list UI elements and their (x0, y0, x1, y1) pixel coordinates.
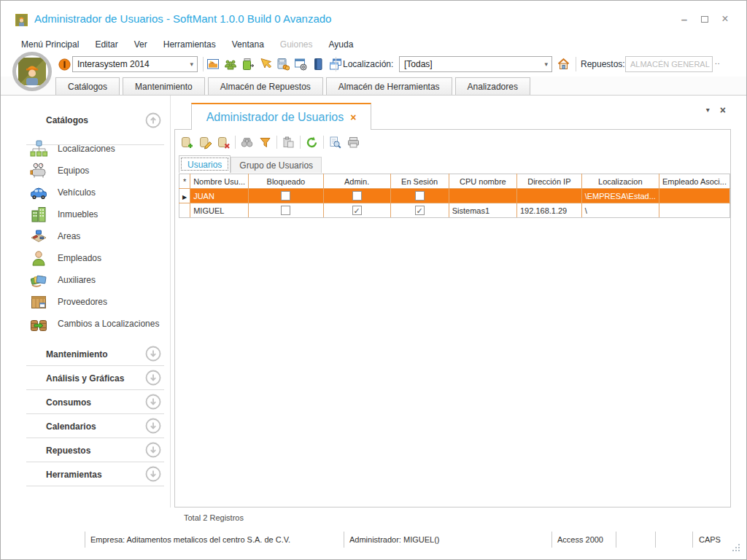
tab-mantenimiento[interactable]: Mantenimiento (123, 77, 205, 95)
column-header-direccion-ip[interactable]: Dirección IP (517, 174, 582, 189)
subtab-grupo-usuarios[interactable]: Grupo de Usuarios (231, 157, 322, 173)
sidebar-item-vehiculos[interactable]: Vehículos (1, 182, 170, 203)
checkbox-bloqueado[interactable] (281, 206, 290, 215)
expand-down-icon[interactable] (145, 346, 161, 362)
sidebar-group-calendarios[interactable]: Calendarios (1, 414, 170, 438)
column-header-bloqueado[interactable]: Bloqueado (249, 174, 324, 189)
print-icon[interactable] (347, 136, 360, 149)
edit-record-icon[interactable] (198, 136, 212, 149)
checkbox-admin[interactable] (352, 206, 362, 215)
grid-row-miguel[interactable]: ▶ MIGUEL Sistemas1 192.168.1.29 \ (179, 203, 730, 218)
cell-empleado[interactable] (659, 203, 729, 218)
column-header-nombre[interactable]: Nombre Usu... (190, 174, 249, 189)
book-icon[interactable] (311, 58, 325, 71)
delete-record-icon[interactable] (217, 136, 231, 149)
expand-down-icon[interactable] (145, 370, 161, 386)
column-header-empleado-asociado[interactable]: Empleado Asoci... (659, 174, 729, 189)
sidebar-item-auxiliares[interactable]: Auxiliares (1, 269, 170, 291)
home-icon[interactable] (557, 57, 570, 71)
sidebar-item-cambios-localizaciones[interactable]: Cambios a Localizaciones (1, 313, 170, 335)
expand-down-icon[interactable] (145, 466, 161, 482)
document-tab-close-icon[interactable]: × (350, 112, 356, 123)
document-close-icon[interactable]: × (720, 104, 726, 116)
cell-localizacion[interactable]: \ (581, 203, 659, 218)
tab-almacen-repuestos[interactable]: Almacén de Repuestos (208, 77, 323, 95)
refresh-icon[interactable] (305, 136, 319, 149)
menu-item-guiones[interactable]: Guiones (280, 39, 313, 50)
column-header-localizacion[interactable]: Localizacion (581, 174, 659, 189)
sidebar-group-consumos[interactable]: Consumos (1, 390, 170, 414)
search-binoculars-icon[interactable] (240, 136, 254, 149)
expand-down-icon[interactable] (145, 394, 161, 410)
new-row-asterisk[interactable]: * (179, 174, 190, 189)
paste-icon[interactable] (282, 136, 295, 149)
calculator-coins-icon[interactable] (276, 58, 290, 71)
cell-admin[interactable] (323, 189, 390, 203)
sidebar-item-areas[interactable]: Areas (1, 225, 170, 247)
sidebar-item-equipos[interactable]: Equipos (1, 160, 170, 182)
menu-item-herramientas[interactable]: Herramientas (163, 39, 216, 50)
cell-bloqueado[interactable] (249, 203, 324, 218)
checkbox-admin[interactable] (352, 191, 362, 201)
users-group-icon[interactable] (224, 58, 237, 71)
expand-down-icon[interactable] (145, 442, 161, 458)
subtab-usuarios[interactable]: Usuarios (179, 155, 231, 173)
cell-nombre[interactable]: MIGUEL (190, 203, 249, 218)
expand-down-icon[interactable] (145, 418, 161, 434)
add-record-icon[interactable] (180, 136, 194, 149)
cell-cpu[interactable]: Sistemas1 (449, 203, 516, 218)
export-drive-icon[interactable] (241, 58, 255, 71)
cell-empleado[interactable] (659, 189, 729, 203)
menu-item-ver[interactable]: Ver (134, 39, 147, 50)
column-header-admin[interactable]: Admin. (323, 174, 390, 189)
tab-analizadores[interactable]: Analizadores (455, 77, 530, 95)
menu-item-ventana[interactable]: Ventana (232, 39, 264, 50)
cell-bloqueado[interactable] (249, 189, 324, 203)
minimize-button[interactable]: – (675, 11, 694, 27)
edit-cursor-icon[interactable] (259, 58, 272, 71)
close-button[interactable]: × (716, 11, 735, 27)
document-tab-administrador-usuarios[interactable]: Administrador de Usuarios × (191, 103, 371, 130)
window-settings-icon[interactable] (294, 58, 307, 71)
maximize-button[interactable] (695, 11, 714, 27)
sidebar-group-repuestos[interactable]: Repuestos (1, 438, 170, 462)
worker-avatar-image (18, 58, 46, 85)
column-header-cpu-nombre[interactable]: CPU nombre (449, 174, 516, 189)
sidebar-item-localizaciones[interactable]: Localizaciones (1, 138, 170, 160)
column-header-en-sesion[interactable]: En Sesión (390, 174, 449, 189)
image-icon[interactable] (206, 58, 220, 71)
menu-item-editar[interactable]: Editar (95, 39, 117, 50)
sidebar-group-herramientas[interactable]: Herramientas (1, 462, 170, 486)
filter-icon[interactable] (258, 136, 272, 149)
cell-localizacion[interactable]: \EMPRESA\Estad... (581, 189, 659, 203)
repuestos-input[interactable]: ALMACÉN GENERAL (625, 56, 713, 72)
cell-admin[interactable] (323, 203, 390, 218)
sidebar-group-mantenimiento[interactable]: Mantenimiento (1, 342, 170, 366)
sidebar-group-analisis[interactable]: Análisis y Gráficas (1, 366, 170, 390)
profile-combobox[interactable]: Interasystem 2014 ▾ (72, 56, 198, 72)
sidebar-item-proveedores[interactable]: Proveedores (1, 291, 170, 313)
cell-nombre[interactable]: JUAN (190, 189, 249, 203)
checkbox-en-sesion[interactable] (415, 191, 425, 201)
tab-catalogos[interactable]: Catálogos (55, 77, 120, 95)
checkbox-en-sesion[interactable] (415, 206, 425, 215)
sidebar-group-catalogos[interactable]: Catálogos (1, 109, 170, 132)
cell-cpu[interactable] (449, 189, 516, 203)
resize-grip[interactable] (732, 543, 740, 552)
cell-en-sesion[interactable] (390, 203, 449, 218)
cell-ip[interactable] (517, 189, 582, 203)
sidebar-item-empleados[interactable]: Empleados (1, 247, 170, 269)
repuestos-more-button[interactable]: .. (715, 58, 721, 66)
checkbox-bloqueado[interactable] (281, 191, 290, 201)
cell-ip[interactable]: 192.168.1.29 (517, 203, 582, 218)
tab-almacen-herramientas[interactable]: Almacén de Herramientas (326, 77, 452, 95)
grid-row-juan[interactable]: ▶ JUAN \EMPRESA\Estad... (179, 189, 730, 203)
collapse-up-icon[interactable] (145, 112, 161, 128)
menu-item-menu-principal[interactable]: Menú Principal (21, 39, 79, 50)
localizacion-combobox[interactable]: [Todas] ▾ (399, 56, 552, 72)
print-preview-icon[interactable] (328, 136, 342, 149)
menu-item-ayuda[interactable]: Ayuda (329, 39, 354, 50)
sidebar-item-inmuebles[interactable]: Inmuebles (1, 203, 170, 225)
cell-en-sesion[interactable] (390, 189, 449, 203)
document-list-dropdown-icon[interactable]: ▾ (706, 104, 710, 116)
